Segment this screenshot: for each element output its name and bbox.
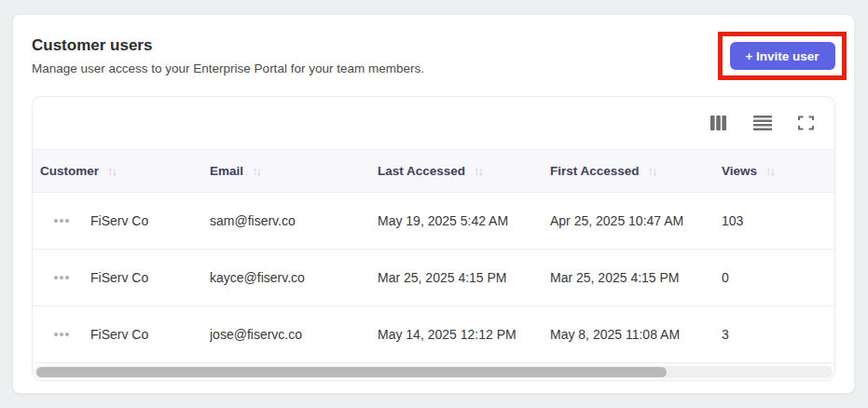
table-header-row: Customer ↑↓ Email ↑↓ Last Accessed ↑↓ Fi… — [33, 149, 834, 193]
column-header-first-accessed[interactable]: First Accessed ↑↓ — [550, 164, 722, 178]
customer-users-card: Customer users Manage user access to you… — [12, 14, 855, 394]
sort-icon: ↑↓ — [107, 164, 117, 178]
last-accessed-cell: May 19, 2025 5:42 AM — [378, 213, 550, 228]
fullscreen-icon[interactable] — [796, 114, 816, 132]
customer-cell: FiServ Co — [90, 213, 210, 228]
first-accessed-cell: May 8, 2025 11:08 AM — [550, 327, 722, 342]
table-row: FiServ Co jose@fiservc.co May 14, 2025 1… — [33, 306, 834, 363]
column-header-last-accessed[interactable]: Last Accessed ↑↓ — [378, 164, 550, 178]
customer-cell: FiServ Co — [90, 327, 210, 342]
email-cell: jose@fiservc.co — [210, 327, 378, 342]
scrollbar-track[interactable] — [34, 366, 833, 378]
sort-icon: ↑↓ — [252, 164, 262, 178]
column-label: Email — [210, 164, 243, 178]
views-cell: 0 — [722, 270, 834, 285]
email-cell: sam@fiserv.co — [210, 213, 378, 228]
sort-icon: ↑↓ — [765, 164, 776, 178]
last-accessed-cell: Mar 25, 2025 4:15 PM — [378, 270, 550, 285]
ellipsis-icon[interactable] — [50, 327, 73, 342]
column-label: Customer — [40, 164, 99, 178]
column-label: Last Accessed — [378, 164, 465, 178]
table-row: FiServ Co sam@fiserv.co May 19, 2025 5:4… — [33, 193, 834, 250]
column-header-customer[interactable]: Customer ↑↓ — [33, 164, 210, 178]
column-label: Views — [722, 164, 757, 178]
page-subtitle: Manage user access to your Enterprise Po… — [32, 61, 835, 77]
column-label: First Accessed — [550, 164, 640, 178]
table-row: FiServ Co kayce@fiserv.co Mar 25, 2025 4… — [33, 250, 834, 306]
column-header-email[interactable]: Email ↑↓ — [210, 164, 378, 178]
rows-density-icon[interactable] — [751, 114, 774, 132]
row-actions-cell — [33, 327, 90, 342]
columns-icon[interactable] — [709, 114, 729, 132]
last-accessed-cell: May 14, 2025 12:12 PM — [378, 327, 550, 342]
ellipsis-icon[interactable] — [50, 270, 73, 285]
views-cell: 103 — [722, 213, 834, 228]
scrollbar-thumb[interactable] — [36, 367, 667, 377]
card-header: Customer users Manage user access to you… — [13, 15, 854, 77]
page-title: Customer users — [32, 35, 835, 56]
table-toolbar — [33, 97, 834, 149]
customer-cell: FiServ Co — [90, 270, 210, 285]
first-accessed-cell: Apr 25, 2025 10:47 AM — [550, 213, 722, 228]
row-actions-cell — [33, 213, 90, 228]
header-text: Customer users Manage user access to you… — [32, 35, 835, 77]
ellipsis-icon[interactable] — [50, 213, 73, 228]
users-table-card: Customer ↑↓ Email ↑↓ Last Accessed ↑↓ Fi… — [32, 96, 835, 381]
invite-user-button[interactable]: + Invite user — [730, 42, 835, 70]
invite-user-highlight-annotation: + Invite user — [718, 32, 847, 80]
first-accessed-cell: Mar 25, 2025 4:15 PM — [550, 270, 722, 285]
horizontal-scrollbar[interactable] — [33, 363, 834, 380]
email-cell: kayce@fiserv.co — [210, 270, 378, 285]
column-header-views[interactable]: Views ↑↓ — [722, 164, 834, 178]
sort-icon: ↑↓ — [474, 164, 484, 178]
row-actions-cell — [33, 270, 90, 285]
views-cell: 3 — [722, 327, 834, 342]
sort-icon: ↑↓ — [648, 164, 658, 178]
